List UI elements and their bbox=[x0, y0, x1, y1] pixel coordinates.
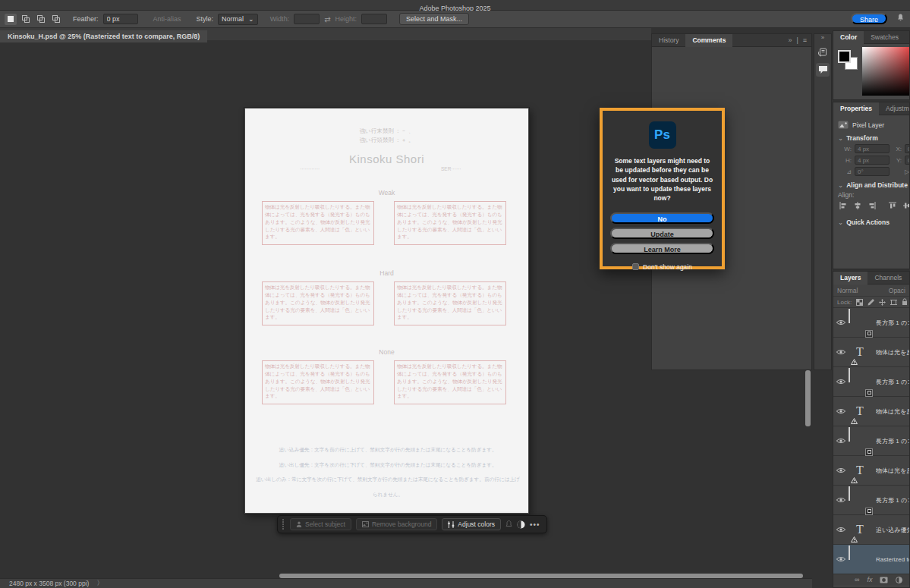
tab-history[interactable]: History bbox=[652, 34, 685, 47]
angle-field[interactable]: 0° bbox=[855, 167, 890, 176]
foreground-background-swatches[interactable] bbox=[838, 50, 858, 70]
lock-all-icon[interactable] bbox=[902, 298, 908, 306]
select-and-mask-button[interactable]: Select and Mask... bbox=[399, 13, 469, 25]
taskbar-grip-handle[interactable] bbox=[281, 519, 285, 530]
layer-thumbnail[interactable] bbox=[849, 546, 871, 573]
style-select[interactable]: Normal ⌄ bbox=[218, 14, 258, 25]
align-left-icon[interactable] bbox=[839, 202, 847, 209]
layer-name[interactable]: 物体は光を反射し.. bbox=[876, 407, 909, 416]
layer-name[interactable]: 長方形 1 のコピー 2 bbox=[876, 437, 909, 445]
layer-visibility-eye-icon[interactable] bbox=[833, 319, 849, 325]
link-layers-icon[interactable]: ∞ bbox=[855, 576, 859, 583]
comments-panel-icon[interactable] bbox=[816, 63, 830, 77]
layer-visibility-eye-icon[interactable] bbox=[833, 379, 849, 385]
layer-name[interactable]: Rasterized text to bbox=[876, 556, 909, 563]
kinsoku-text-frame[interactable]: 物体は光を反射したり吸収したりする。また物体によっては、光を発する（発光する）も… bbox=[394, 281, 506, 325]
history-panel-icon[interactable] bbox=[816, 46, 830, 59]
tab-swatches[interactable]: Swatches bbox=[864, 31, 905, 44]
layer-visibility-eye-icon[interactable] bbox=[833, 556, 849, 562]
tab-gradients[interactable]: Gradients bbox=[905, 31, 910, 44]
kinsoku-text-frame[interactable]: 物体は光を反射したり吸収したりする。また物体によっては、光を発する（発光する）も… bbox=[262, 201, 374, 245]
add-to-selection-icon[interactable] bbox=[20, 14, 32, 25]
layer-visibility-eye-icon[interactable] bbox=[833, 527, 849, 533]
kinsoku-text-frame[interactable]: 物体は光を反射したり吸収したりする。また物体によっては、光を発する（発光する）も… bbox=[394, 201, 506, 245]
color-picker-field[interactable] bbox=[862, 47, 910, 96]
layer-visibility-eye-icon[interactable] bbox=[833, 349, 849, 355]
kinsoku-text-frame[interactable]: 物体は光を反射したり吸収したりする。また物体によっては、光を発する（発光する）も… bbox=[394, 360, 506, 404]
x-field[interactable]: 0 px bbox=[905, 144, 910, 153]
layer-row[interactable]: 長方形 1 のコピー 2 bbox=[833, 426, 909, 456]
kinsoku-text-frame[interactable]: 物体は光を反射したり吸収したりする。また物体によっては、光を発する（発光する）も… bbox=[262, 281, 374, 325]
more-options-icon[interactable]: ••• bbox=[530, 520, 540, 529]
collapse-panel-icon[interactable]: » bbox=[788, 36, 792, 44]
layer-row[interactable]: Rasterized text to bbox=[833, 545, 909, 574]
layer-name[interactable]: 長方形 1 のコピー 2 bbox=[876, 319, 909, 327]
blend-mode-select[interactable]: Normal bbox=[837, 287, 858, 294]
update-button[interactable]: Update bbox=[610, 228, 714, 239]
layer-visibility-eye-icon[interactable] bbox=[833, 497, 849, 503]
new-selection-icon[interactable] bbox=[5, 14, 17, 25]
layer-name[interactable]: 長方形 1 のコピー 2 bbox=[876, 496, 909, 505]
layer-row[interactable]: T物体は光を反射し.. bbox=[833, 456, 909, 486]
opacity-label[interactable]: Opaci bbox=[889, 287, 905, 294]
lock-position-icon[interactable] bbox=[879, 299, 886, 306]
align-distribute-section-header[interactable]: ⌄Align and Distribute bbox=[838, 181, 909, 189]
subtract-from-selection-icon[interactable] bbox=[35, 14, 47, 25]
tab-color[interactable]: Color bbox=[833, 31, 864, 44]
tab-channels[interactable]: Channels bbox=[867, 272, 908, 285]
lock-image-pixels-icon[interactable] bbox=[867, 299, 874, 306]
no-button[interactable]: No bbox=[610, 212, 714, 224]
kinsoku-text-frame[interactable]: 物体は光を反射したり吸収したりする。また物体によっては、光を発する（発光する）も… bbox=[262, 360, 374, 404]
layer-thumbnail[interactable] bbox=[849, 487, 871, 514]
layer-row[interactable]: 長方形 1 のコピー 2 bbox=[833, 308, 909, 338]
text-layer-icon[interactable]: T bbox=[849, 398, 871, 425]
layer-name[interactable]: 物体は光を反射し.. bbox=[876, 467, 909, 475]
tab-layers[interactable]: Layers bbox=[833, 272, 867, 285]
height-field[interactable]: 4 px bbox=[855, 156, 890, 165]
layer-row[interactable]: T物体は光を反射し.. bbox=[833, 397, 909, 426]
adjust-colors-button[interactable]: Adjust colors bbox=[442, 518, 501, 530]
layer-row[interactable]: 長方形 1 のコピー 2 bbox=[833, 486, 909, 515]
align-right-icon[interactable] bbox=[868, 202, 876, 209]
lock-artboard-icon[interactable] bbox=[890, 299, 897, 306]
tab-properties[interactable]: Properties bbox=[833, 102, 879, 115]
width-field[interactable]: 4 px bbox=[855, 144, 890, 153]
dont-show-again-checkbox[interactable] bbox=[632, 263, 639, 270]
contrast-half-circle-icon[interactable] bbox=[517, 520, 525, 529]
lock-transparent-pixels-icon[interactable] bbox=[856, 299, 863, 306]
layer-visibility-eye-icon[interactable] bbox=[833, 467, 849, 473]
swap-width-height-icon[interactable]: ⇄ bbox=[324, 15, 330, 24]
layer-name[interactable]: 物体は光を反射し.. bbox=[876, 348, 909, 357]
transform-section-header[interactable]: ⌄Transform bbox=[838, 134, 909, 142]
layer-row[interactable]: T物体は光を反射し.. bbox=[833, 338, 909, 367]
layer-name[interactable]: 長方形 1 のコピー 2 bbox=[876, 378, 909, 386]
align-middle-vertical-icon[interactable] bbox=[903, 202, 910, 209]
y-field[interactable]: 0 px bbox=[905, 156, 910, 165]
align-center-horizontal-icon[interactable] bbox=[854, 202, 861, 209]
text-layer-icon[interactable]: T bbox=[849, 339, 871, 366]
layer-mask-icon[interactable] bbox=[880, 577, 888, 583]
layer-row[interactable]: T追い込み優先：.. bbox=[833, 515, 909, 545]
expand-panels-icon[interactable]: » bbox=[814, 34, 831, 42]
panel-menu-icon[interactable]: ≡ bbox=[803, 36, 807, 44]
height-input[interactable] bbox=[361, 14, 387, 24]
tab-comments[interactable]: Comments bbox=[685, 34, 732, 47]
layer-visibility-eye-icon[interactable] bbox=[833, 438, 849, 444]
quick-actions-section-header[interactable]: ⌄Quick Actions bbox=[838, 219, 909, 226]
select-subject-button[interactable]: Select subject bbox=[290, 518, 351, 530]
align-top-icon[interactable] bbox=[889, 202, 896, 209]
layer-thumbnail[interactable] bbox=[849, 369, 871, 395]
layer-thumbnail[interactable] bbox=[849, 428, 871, 454]
remove-background-button[interactable]: Remove background bbox=[356, 518, 437, 530]
width-input[interactable] bbox=[294, 14, 320, 24]
status-chevron-icon[interactable]: 〉 bbox=[96, 579, 103, 588]
intersect-selection-icon[interactable] bbox=[50, 14, 62, 25]
adjustment-layer-icon[interactable] bbox=[896, 577, 902, 583]
layer-name[interactable]: 追い込み優先：.. bbox=[876, 526, 909, 534]
flip-buttons[interactable]: ▷◁ bbox=[905, 168, 910, 175]
layer-visibility-eye-icon[interactable] bbox=[833, 408, 849, 414]
text-layer-icon[interactable]: T bbox=[849, 458, 871, 484]
notifications-bell-icon[interactable] bbox=[897, 14, 904, 21]
canvas-document-page[interactable]: 強い行末禁則 ：－ 、 強い行頭禁則 ：＋ 。 Kinsoku Shori ⋯⋯… bbox=[244, 108, 529, 514]
text-layer-icon[interactable]: T bbox=[849, 517, 871, 543]
